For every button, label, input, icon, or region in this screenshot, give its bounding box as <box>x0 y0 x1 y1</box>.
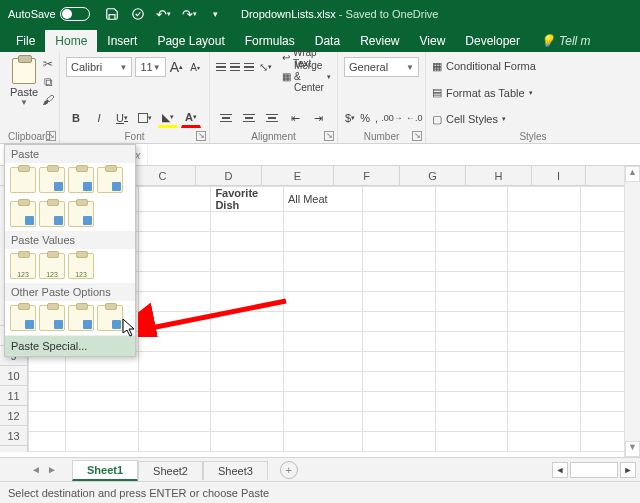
font-name-combo[interactable]: Calibri▼ <box>66 57 132 77</box>
tab-review[interactable]: Review <box>350 30 409 52</box>
vertical-scrollbar[interactable]: ▲ ▼ <box>624 166 640 457</box>
fill-color-button[interactable]: ◣▾ <box>158 108 178 128</box>
font-color-button[interactable]: A▾ <box>181 108 201 128</box>
col-hdr-G[interactable]: G <box>400 166 466 185</box>
scroll-left-icon[interactable]: ◄ <box>552 462 568 478</box>
add-sheet-button[interactable]: + <box>280 461 298 479</box>
tab-insert[interactable]: Insert <box>97 30 147 52</box>
copy-button[interactable]: ⧉ <box>39 74 57 90</box>
font-dialog-launcher[interactable]: ↘ <box>196 131 206 141</box>
ribbon: Paste ▼ ✂ ⧉ 🖌 Clipboard ↘ Calibri▼ 11▼ A… <box>0 52 640 144</box>
format-painter-button[interactable]: 🖌 <box>39 92 57 108</box>
hscroll-track[interactable] <box>570 462 618 478</box>
chevron-down-icon[interactable]: ▼ <box>20 98 28 107</box>
row-hdr-13[interactable]: 13 <box>0 426 27 446</box>
undo-icon[interactable]: ↶▾ <box>156 6 172 22</box>
scroll-down-icon[interactable]: ▼ <box>625 441 640 457</box>
paste-linked-picture-icon[interactable] <box>97 305 123 331</box>
paste-keep-widths-icon[interactable] <box>39 201 65 227</box>
cell-D1[interactable]: Favorite Dish <box>211 187 284 212</box>
sheet-nav-prev[interactable]: ◄ <box>28 464 44 475</box>
tab-file[interactable]: File <box>6 30 45 52</box>
tab-home[interactable]: Home <box>45 30 97 52</box>
cut-button[interactable]: ✂ <box>39 56 57 72</box>
clipboard-dialog-launcher[interactable]: ↘ <box>46 131 56 141</box>
align-top-button[interactable] <box>216 57 227 77</box>
paste-picture-icon[interactable] <box>68 305 94 331</box>
col-hdr-F[interactable]: F <box>334 166 400 185</box>
tab-developer[interactable]: Developer <box>455 30 530 52</box>
number-format-combo[interactable]: General▼ <box>344 57 419 77</box>
sheet-tab-3[interactable]: Sheet3 <box>203 461 268 480</box>
paste-formulas-icon[interactable] <box>39 167 65 193</box>
paste-values-number-icon[interactable] <box>39 253 65 279</box>
col-hdr-D[interactable]: D <box>196 166 262 185</box>
paste-transpose-icon[interactable] <box>68 201 94 227</box>
align-middle-button[interactable] <box>230 57 241 77</box>
horizontal-scrollbar[interactable]: ◄ ► <box>552 462 640 478</box>
scroll-up-icon[interactable]: ▲ <box>625 166 640 182</box>
paste-source-formatting-icon[interactable] <box>97 167 123 193</box>
paste-formulas-number-icon[interactable] <box>68 167 94 193</box>
scroll-track[interactable] <box>625 182 640 441</box>
align-center-button[interactable] <box>239 108 259 128</box>
row-hdr-10[interactable]: 10 <box>0 366 27 386</box>
scroll-right-icon[interactable]: ► <box>620 462 636 478</box>
underline-button[interactable]: U▾ <box>112 108 132 128</box>
tab-view[interactable]: View <box>410 30 456 52</box>
cell-E1[interactable]: All Meat <box>283 187 362 212</box>
comma-button[interactable]: , <box>374 108 379 128</box>
bold-button[interactable]: B <box>66 108 86 128</box>
alignment-dialog-launcher[interactable]: ↘ <box>324 131 334 141</box>
sheet-tab-2[interactable]: Sheet2 <box>138 461 203 480</box>
format-as-table-button[interactable]: ▤Format as Table▾ <box>432 83 634 103</box>
accounting-format-button[interactable]: $▾ <box>344 108 356 128</box>
row-hdr-11[interactable]: 11 <box>0 386 27 406</box>
merge-center-button[interactable]: ▦Merge & Center▾ <box>282 68 331 86</box>
align-bottom-button[interactable] <box>244 57 255 77</box>
decrease-indent-button[interactable]: ⇤ <box>285 108 305 128</box>
sheet-tab-1[interactable]: Sheet1 <box>72 460 138 481</box>
align-left-button[interactable] <box>216 108 236 128</box>
cell-styles-button[interactable]: ▢Cell Styles▾ <box>432 109 634 129</box>
redo-icon[interactable]: ↷▾ <box>182 6 198 22</box>
conditional-formatting-button[interactable]: ▦Conditional Forma <box>432 56 634 76</box>
decrease-decimal-button[interactable]: ←.0 <box>405 108 424 128</box>
borders-button[interactable]: ▾ <box>135 108 155 128</box>
qat-customize-icon[interactable]: ▾ <box>208 6 224 22</box>
group-label-font: Font <box>60 131 209 142</box>
col-hdr-C[interactable]: C <box>130 166 196 185</box>
status-message: Select destination and press ENTER or ch… <box>8 487 269 499</box>
tell-me[interactable]: 💡Tell m <box>530 30 601 52</box>
col-hdr-E[interactable]: E <box>262 166 334 185</box>
italic-button[interactable]: I <box>89 108 109 128</box>
paste-no-borders-icon[interactable] <box>10 201 36 227</box>
account-sync-icon[interactable] <box>130 6 146 22</box>
align-right-button[interactable] <box>262 108 282 128</box>
paste-special-menuitem[interactable]: Paste Special... <box>5 335 135 356</box>
row-hdr-12[interactable]: 12 <box>0 406 27 426</box>
paste-values-source-icon[interactable] <box>68 253 94 279</box>
percent-button[interactable]: % <box>359 108 371 128</box>
font-size-combo[interactable]: 11▼ <box>135 57 165 77</box>
decrease-font-button[interactable]: A▾ <box>187 57 203 77</box>
orientation-button[interactable]: ⤡▾ <box>258 57 273 77</box>
increase-font-button[interactable]: A▴ <box>169 57 185 77</box>
increase-indent-button[interactable]: ⇥ <box>308 108 328 128</box>
increase-decimal-button[interactable]: .00→ <box>382 108 402 128</box>
number-dialog-launcher[interactable]: ↘ <box>412 131 422 141</box>
autosave-switch-icon[interactable] <box>60 7 90 21</box>
col-hdr-H[interactable]: H <box>466 166 532 185</box>
paste-normal-icon[interactable] <box>10 167 36 193</box>
formula-input[interactable] <box>148 144 640 165</box>
paste-formatting-icon[interactable] <box>10 305 36 331</box>
paste-link-icon[interactable] <box>39 305 65 331</box>
group-label-styles: Styles <box>426 131 640 142</box>
paste-button[interactable]: Paste ▼ <box>6 56 42 110</box>
paste-values-icon[interactable] <box>10 253 36 279</box>
autosave-toggle[interactable]: AutoSave <box>8 7 90 21</box>
tab-page-layout[interactable]: Page Layout <box>147 30 234 52</box>
save-icon[interactable] <box>104 6 120 22</box>
col-hdr-I[interactable]: I <box>532 166 586 185</box>
sheet-nav-next[interactable]: ► <box>44 464 60 475</box>
